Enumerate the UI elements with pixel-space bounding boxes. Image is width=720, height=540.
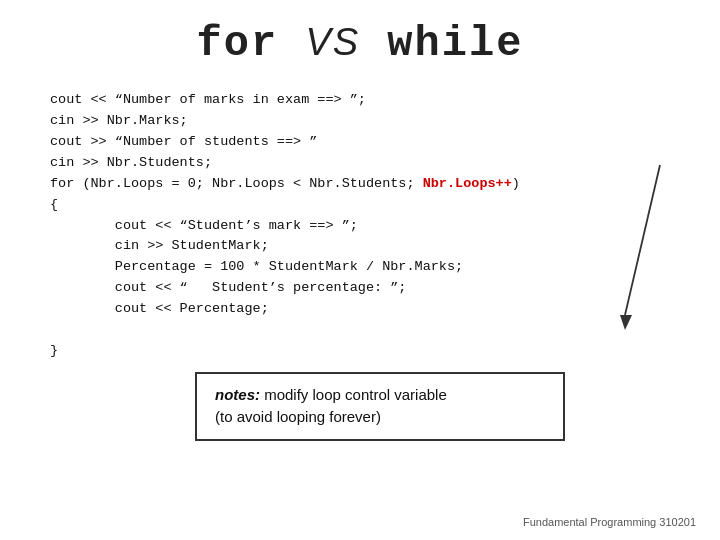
- highlight-nbr-loops: Nbr.Loops++: [423, 176, 512, 191]
- code-line-1: cout << “Number of marks in exam ==> ”;: [50, 90, 680, 111]
- code-line-2: cin >> Nbr.Marks;: [50, 111, 680, 132]
- notes-box: notes: modify loop control variable(to a…: [195, 372, 565, 441]
- footer-text: Fundamental Programming 310201: [523, 516, 696, 528]
- arrow-svg: [570, 155, 690, 355]
- page-container: for VS while cout << “Number of marks in…: [0, 0, 720, 540]
- while-title-text: while: [387, 20, 523, 68]
- code-line-3: cout >> “Number of students ==> ”: [50, 132, 680, 153]
- svg-line-0: [625, 165, 660, 315]
- page-title: for VS while: [40, 20, 680, 68]
- vs-title-text: VS: [305, 21, 360, 63]
- svg-marker-1: [620, 315, 632, 330]
- for-title-text: for: [197, 20, 279, 68]
- notes-label: notes:: [215, 386, 260, 403]
